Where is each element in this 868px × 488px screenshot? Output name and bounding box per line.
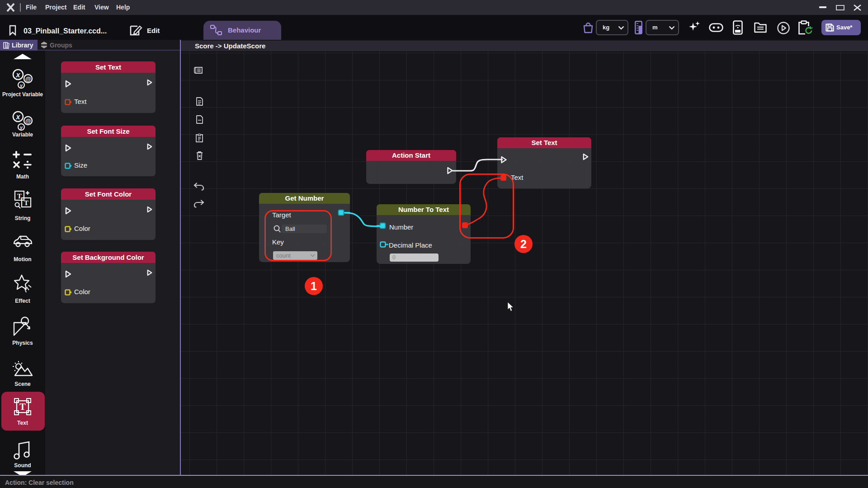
svg-text:T: T xyxy=(19,402,26,412)
svg-text:y: y xyxy=(19,83,23,88)
svg-text:@: @ xyxy=(25,75,31,82)
svg-text:T: T xyxy=(24,199,28,206)
svg-text:@: @ xyxy=(25,117,31,124)
svg-text:x: x xyxy=(16,113,21,121)
svg-text:T: T xyxy=(17,192,22,200)
svg-text:x: x xyxy=(16,71,21,79)
svg-text:y: y xyxy=(19,125,23,130)
